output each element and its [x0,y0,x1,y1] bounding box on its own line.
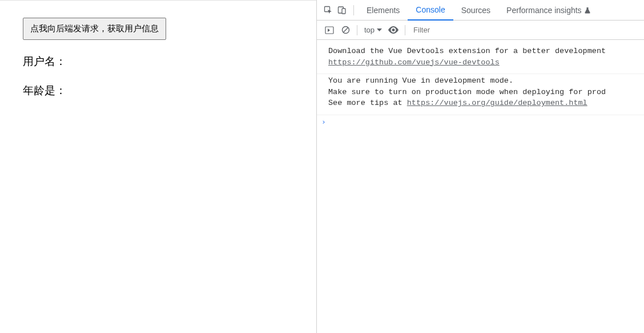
inspect-element-icon[interactable] [321,3,335,18]
devtools-tabs-row: Elements Console Sources Performance ins… [317,0,644,21]
console-message: Download the Vue Devtools extension for … [317,44,644,74]
tab-performance-insights[interactable]: Performance insights [498,0,599,21]
filter-input[interactable] [409,23,639,36]
context-selector[interactable]: top [361,26,385,34]
console-link[interactable]: https://vuejs.org/guide/deployment.html [407,99,587,107]
console-text: You are running Vue in development mode. [328,76,513,85]
chevron-down-icon [377,29,382,32]
age-label: 年龄是： [23,83,316,98]
console-text: See more tips at [328,99,407,107]
tab-performance-insights-label: Performance insights [506,6,582,15]
svg-rect-2 [342,9,345,14]
live-expression-icon[interactable] [385,23,401,38]
console-prompt[interactable]: › [317,115,644,126]
separator [405,25,405,35]
separator [353,5,354,15]
tab-console[interactable]: Console [408,0,453,21]
tab-elements[interactable]: Elements [359,0,408,21]
username-label: 用户名： [23,54,316,69]
page-left-panel: 点我向后端发请求，获取用户信息 用户名： 年龄是： [0,0,316,333]
console-link[interactable]: https://github.com/vuejs/vue-devtools [328,58,500,67]
toggle-sidebar-icon[interactable] [321,23,337,38]
devtools-panel: Elements Console Sources Performance ins… [316,0,644,333]
console-toolbar: top [317,21,644,40]
console-text: Download the Vue Devtools extension for … [328,47,606,55]
console-body: Download the Vue Devtools extension for … [317,40,644,333]
console-message: You are running Vue in development mode.… [317,74,644,115]
tab-sources[interactable]: Sources [453,0,498,21]
clear-console-icon[interactable] [337,23,353,38]
device-toggle-icon[interactable] [335,3,349,18]
svg-line-5 [343,27,348,32]
context-label: top [364,26,375,34]
console-text: Make sure to turn on production mode whe… [328,88,606,96]
flask-icon [584,7,591,14]
send-request-button[interactable]: 点我向后端发请求，获取用户信息 [23,18,166,40]
separator [357,25,357,35]
